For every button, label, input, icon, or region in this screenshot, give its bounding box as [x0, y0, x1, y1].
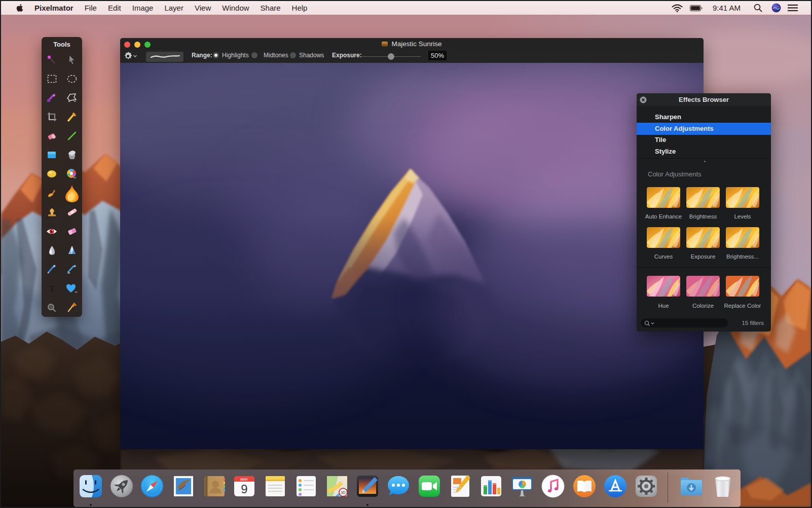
svg-text:3D: 3D: [341, 491, 346, 494]
svg-text:9: 9: [241, 482, 247, 496]
svg-text:MAY: MAY: [240, 477, 248, 482]
svg-text:T: T: [49, 284, 55, 293]
